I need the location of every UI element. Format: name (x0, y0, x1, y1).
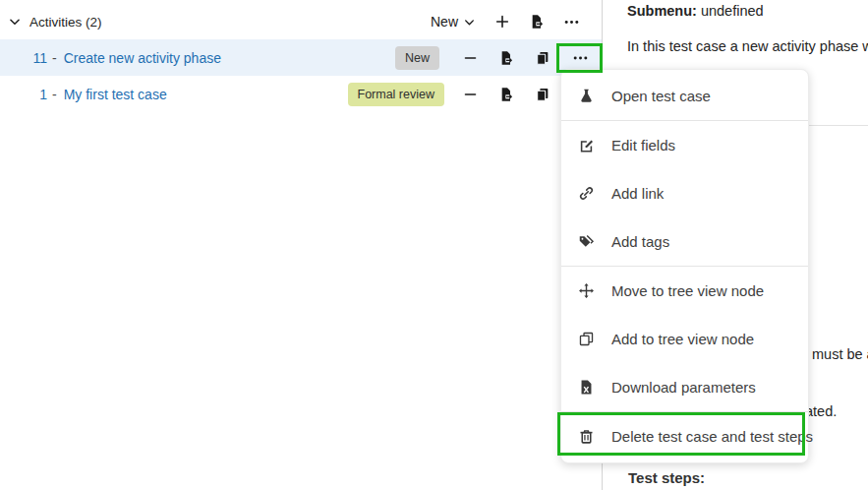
activity-separator: - (52, 87, 57, 102)
menu-item-open-test-case[interactable]: Open test case (561, 72, 808, 120)
flask-icon (577, 88, 595, 105)
submenu-value: undefined (701, 3, 764, 19)
move-icon (577, 282, 595, 300)
chevron-down-icon (463, 16, 476, 29)
test-case-description: In this test case a new activity phase w… (627, 38, 868, 54)
menu-item-label: Download parameters (611, 379, 756, 396)
remove-button[interactable] (455, 50, 485, 65)
status-badge: New (395, 46, 439, 70)
duplicate-button[interactable] (528, 87, 557, 102)
menu-item-delete-test-case[interactable]: Delete test case and test steps (561, 412, 808, 460)
chevron-down-icon[interactable] (8, 15, 22, 29)
app-root: Activities (2) New (0, 0, 868, 490)
test-steps-heading: Test steps: (628, 469, 705, 486)
export-row-button[interactable] (492, 50, 521, 66)
context-menu: Open test case Edit fields Add link A (560, 69, 809, 463)
description-fragment: must be a (812, 346, 868, 362)
export-button[interactable] (529, 14, 545, 30)
tag-icon (577, 233, 595, 251)
menu-group: Delete test case and test steps (561, 411, 808, 460)
file-export-icon (498, 87, 514, 102)
duplicate-button[interactable] (528, 50, 557, 66)
menu-item-label: Open test case (611, 88, 711, 104)
remove-button[interactable] (455, 87, 485, 101)
minus-icon (463, 50, 478, 65)
activity-row-my-first-test-case[interactable]: 1 - My first test case Formal review (0, 76, 602, 112)
plus-icon (494, 14, 510, 30)
more-options-button[interactable] (563, 14, 580, 31)
menu-group: Open test case (561, 72, 808, 120)
copy-icon (535, 87, 550, 102)
excel-file-icon (577, 379, 595, 397)
edit-icon (577, 137, 595, 154)
tree-header: Activities (2) New (0, 8, 602, 35)
ellipsis-icon (572, 49, 589, 66)
menu-group: Edit fields Add link Add tags (561, 120, 808, 266)
menu-item-label: Add tags (611, 233, 669, 250)
activity-separator: - (52, 50, 57, 66)
menu-item-download-parameters[interactable]: Download parameters (561, 363, 808, 411)
copy-outline-icon (577, 331, 595, 348)
menu-item-label: Add to tree view node (611, 331, 754, 347)
activity-title-link[interactable]: My first test case (64, 87, 167, 102)
status-badge: Formal review (348, 83, 445, 106)
tree-title: Activities (2) (29, 15, 102, 30)
activity-row-create-new-activity-phase[interactable]: 11 - Create new activity phase New (0, 39, 602, 76)
ellipsis-icon (563, 14, 580, 31)
submenu-label: Submenu: (627, 3, 697, 19)
row-more-options-button[interactable] (565, 49, 595, 66)
add-button[interactable] (494, 14, 510, 30)
menu-item-label: Delete test case and test steps (611, 428, 813, 445)
tree-toolbar: New (431, 8, 580, 35)
trash-icon (577, 428, 595, 446)
menu-item-label: Edit fields (611, 137, 675, 153)
menu-item-add-to-tree-view-node[interactable]: Add to tree view node (561, 315, 808, 363)
menu-item-label: Move to tree view node (611, 282, 764, 299)
export-row-button[interactable] (492, 87, 521, 102)
menu-item-edit-fields[interactable]: Edit fields (561, 121, 808, 169)
copy-icon (535, 50, 550, 66)
description-fragment: ated. (805, 403, 837, 419)
menu-item-add-tags[interactable]: Add tags (561, 217, 808, 266)
menu-item-add-link[interactable]: Add link (561, 169, 808, 217)
submenu-status-line: Submenu: undefined (627, 3, 764, 19)
new-dropdown[interactable]: New (431, 14, 476, 30)
new-dropdown-label: New (431, 14, 458, 30)
activity-id[interactable]: 11 (0, 50, 47, 66)
link-icon (577, 185, 595, 203)
menu-item-label: Add link (611, 185, 664, 202)
minus-icon (463, 87, 478, 101)
activity-id[interactable]: 1 (0, 87, 47, 102)
file-export-icon (529, 14, 545, 30)
menu-item-move-to-tree-view-node[interactable]: Move to tree view node (561, 267, 808, 315)
file-export-icon (498, 50, 514, 66)
activity-title-link[interactable]: Create new activity phase (64, 50, 221, 66)
menu-group: Move to tree view node Add to tree view … (561, 266, 808, 411)
